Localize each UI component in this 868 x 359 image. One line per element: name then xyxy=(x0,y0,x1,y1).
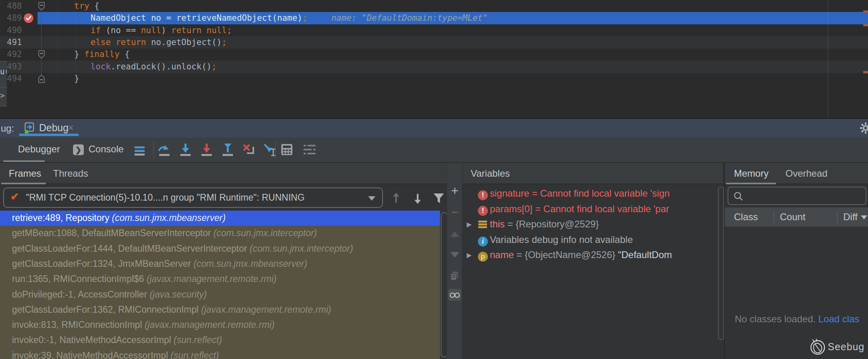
column-class[interactable]: Class xyxy=(734,211,758,223)
variable-row[interactable]: iVariables debug info not available xyxy=(462,233,723,248)
stack-frame-row[interactable]: run:1365, RMIConnectionImpl$6 (javax.man… xyxy=(0,272,440,287)
search-input[interactable] xyxy=(747,189,864,200)
close-icon[interactable]: × xyxy=(68,122,74,134)
layout-settings-icon[interactable] xyxy=(302,142,317,158)
code-token: no.getObject() xyxy=(151,37,222,47)
column-separator[interactable] xyxy=(773,211,774,223)
previous-frame-icon[interactable] xyxy=(390,191,402,207)
remove-watch-icon[interactable]: − xyxy=(447,205,462,220)
thread-status-check-icon: ✔ xyxy=(10,191,19,203)
stack-frame-row[interactable]: getMBean:1088, DefaultMBeanServerInterce… xyxy=(0,226,440,241)
tab-overhead[interactable]: Overhead xyxy=(785,168,827,179)
frame-package: (javax.management.remote.rmi) xyxy=(201,304,331,315)
column-diff[interactable]: Diff xyxy=(843,211,858,223)
error-stripe-mark[interactable] xyxy=(863,71,868,73)
memory-table-header: Class Count Diff xyxy=(725,207,868,227)
drop-frame-icon[interactable] xyxy=(241,142,256,158)
search-icon xyxy=(733,191,744,203)
variable-row[interactable]: !signature = Cannot find local variable … xyxy=(462,186,723,202)
frame-package: (sun.reflect) xyxy=(171,350,219,359)
frame-method: retrieve:489, Repository xyxy=(12,213,112,223)
seebug-logo-icon xyxy=(809,337,827,358)
tab-threads[interactable]: Threads xyxy=(53,168,88,179)
step-out-icon[interactable] xyxy=(220,142,235,158)
stack-frame-row[interactable]: invoke0:-1, NativeMethodAccessorImpl (su… xyxy=(0,333,440,348)
stack-frame-row[interactable]: getClassLoaderFor:1444, DefaultMBeanServ… xyxy=(0,241,440,256)
thread-selector-value: "RMI TCP Connection(5)-10.10....n group … xyxy=(26,192,367,203)
param-icon: p xyxy=(478,250,488,262)
column-separator[interactable] xyxy=(837,211,838,223)
code-editor[interactable]: 488try {489NamedObject no = retrieveName… xyxy=(0,0,868,118)
show-watches-toggle-icon[interactable] xyxy=(448,289,462,301)
frame-package: (com.sun.jmx.mbeanserver) xyxy=(112,213,226,223)
tab-console[interactable]: Console xyxy=(89,144,124,155)
fold-marker-icon[interactable] xyxy=(38,2,45,12)
variables-list: !signature = Cannot find local variable … xyxy=(462,184,723,359)
debug-toolwindow-header: ug: Debug × xyxy=(0,118,868,138)
error-stripe-mark[interactable] xyxy=(863,24,868,26)
evaluate-expression-icon[interactable] xyxy=(279,142,294,158)
next-frame-icon[interactable] xyxy=(412,191,424,207)
frame-location: doPrivileged:-1, AccessController (java.… xyxy=(12,289,207,300)
variable-row[interactable]: ▶pname = {ObjectName@2526} "DefaultDom xyxy=(462,248,723,263)
tab-memory[interactable]: Memory xyxy=(734,168,769,179)
expand-arrow-icon[interactable]: ▶ xyxy=(467,251,471,259)
code-line[interactable]: 489NamedObject no = retrieveNamedObject(… xyxy=(0,12,868,24)
frame-location: getMBean:1088, DefaultMBeanServerInterce… xyxy=(12,228,317,239)
filter-frames-icon[interactable] xyxy=(432,191,445,207)
variables-scrollbar[interactable] xyxy=(718,187,724,340)
tab-debug[interactable]: Debug xyxy=(39,122,69,134)
variable-row[interactable]: ▶this = {Repository@2529} xyxy=(462,217,723,233)
fold-marker-icon[interactable] xyxy=(38,74,45,85)
stack-frame-row[interactable]: getClassLoaderFor:1324, JmxMBeanServer (… xyxy=(0,256,440,272)
tab-debugger[interactable]: Debugger xyxy=(18,144,60,155)
duplicate-watch-icon[interactable] xyxy=(447,270,462,283)
breakpoint-icon[interactable] xyxy=(23,13,34,25)
stack-frame-row[interactable]: doPrivileged:-1, AccessController (java.… xyxy=(0,287,440,302)
code-text[interactable]: try { xyxy=(74,1,99,12)
add-watch-icon[interactable]: + xyxy=(447,183,462,198)
code-line[interactable]: 494} xyxy=(0,73,868,85)
stack-frame-row[interactable]: retrieve:489, Repository (com.sun.jmx.mb… xyxy=(0,211,440,226)
gear-icon[interactable] xyxy=(859,122,868,136)
code-text[interactable]: else return no.getObject(); xyxy=(91,37,227,48)
variable-name: name xyxy=(490,249,514,260)
frame-package: (java.security) xyxy=(150,289,207,300)
variable-value: {ObjectName@2526} xyxy=(525,249,618,260)
step-over-icon[interactable] xyxy=(157,142,172,158)
expand-arrow-icon[interactable]: ▶ xyxy=(467,221,471,228)
column-count[interactable]: Count xyxy=(780,211,805,223)
frame-method: run:1365, RMIConnectionImpl$6 xyxy=(12,274,147,284)
frame-package: (javax.management.remote.rmi) xyxy=(147,274,277,284)
step-into-icon[interactable] xyxy=(178,142,193,158)
stack-frame-row[interactable]: getClassLoaderFor:1362, RMIConnectionImp… xyxy=(0,302,440,318)
sort-descending-icon xyxy=(861,215,867,219)
class-search-field[interactable] xyxy=(728,187,866,205)
frames-scrollbar[interactable] xyxy=(441,212,447,357)
code-line[interactable]: 488try { xyxy=(0,0,868,12)
equals-sign: = xyxy=(514,249,525,260)
fold-marker-icon[interactable] xyxy=(38,50,45,61)
stack-frame-row[interactable]: invoke:39, NativeMethodAccessorImpl (sun… xyxy=(0,348,440,359)
code-text[interactable]: } finally { xyxy=(74,49,130,60)
variable-row[interactable]: !params[0] = Cannot find local variable … xyxy=(462,202,723,217)
error-stripe-mark[interactable] xyxy=(863,10,868,13)
force-step-into-icon[interactable] xyxy=(199,142,214,158)
code-text[interactable]: lock.readLock().unlock(); xyxy=(91,61,217,72)
code-line[interactable]: 490if (no == null) return null; xyxy=(0,24,868,37)
code-text[interactable]: NamedObject no = retrieveNamedObject(nam… xyxy=(91,13,488,24)
code-text[interactable]: if (no == null) return null; xyxy=(91,25,232,36)
load-classes-link[interactable]: Load clas xyxy=(818,314,859,324)
thread-selector-dropdown[interactable]: ✔ "RMI TCP Connection(5)-10.10....n grou… xyxy=(3,187,383,208)
code-line[interactable]: 493lock.readLock().unlock(); xyxy=(0,61,868,73)
console-icon: ❯ xyxy=(73,144,84,155)
code-line[interactable]: 492} finally { xyxy=(0,48,868,61)
move-watch-down-icon[interactable] xyxy=(447,252,462,259)
move-watch-up-icon[interactable] xyxy=(447,231,462,239)
frame-method: getClassLoaderFor:1324, JmxMBeanServer xyxy=(12,258,193,269)
tab-frames[interactable]: Frames xyxy=(9,168,41,179)
line-number: 490 xyxy=(0,26,22,35)
code-line[interactable]: 491else return no.getObject(); xyxy=(0,36,868,49)
frame-method: getClassLoaderFor:1444, DefaultMBeanServ… xyxy=(12,243,250,254)
stack-frame-row[interactable]: invoke:813, RMIConnectionImpl (javax.man… xyxy=(0,318,440,333)
